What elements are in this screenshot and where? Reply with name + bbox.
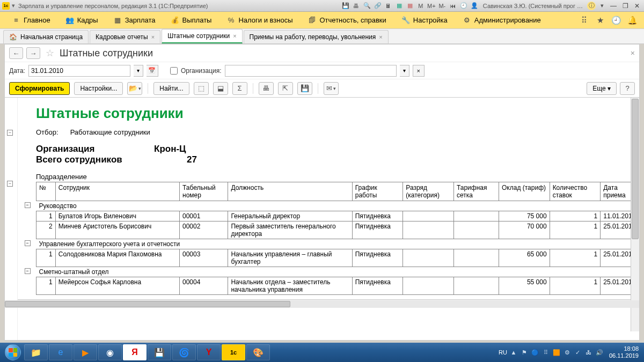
search-icon[interactable]: 🔍 — [363, 2, 371, 10]
tree-toggle[interactable]: − — [7, 181, 13, 187]
help-button[interactable]: ? — [620, 82, 635, 95]
collapse-all-button[interactable]: ⬓ — [213, 82, 228, 95]
tray-icon[interactable]: 🔵 — [531, 348, 539, 357]
back-rec-icon[interactable]: ⏮ — [449, 2, 457, 10]
mail-button[interactable]: ✉ — [324, 82, 339, 95]
scrollbar-thumb[interactable] — [632, 99, 639, 239]
vertical-scrollbar[interactable] — [631, 98, 639, 331]
menu-reports[interactable]: 🗐Отчетность, справки — [301, 12, 394, 28]
tab-hiring[interactable]: Приемы на работу, переводы, увольнения× — [244, 30, 389, 43]
table-row[interactable]: 1Солодовникова Мария Пахомовна00003Начал… — [36, 249, 637, 267]
form-button[interactable]: Сформировать — [9, 82, 70, 95]
tray-icon[interactable]: ⚑ — [520, 348, 529, 357]
menu-taxes[interactable]: %Налоги и взносы — [219, 12, 300, 28]
tray-icon[interactable]: 🟧 — [552, 348, 561, 357]
taskbar-ie[interactable]: e — [49, 344, 72, 360]
taskbar-paint[interactable]: 🎨 — [246, 344, 270, 360]
tab-close-icon[interactable]: × — [233, 33, 236, 39]
date-input[interactable] — [28, 65, 130, 77]
tree-toggle[interactable]: − — [7, 130, 13, 136]
tray-volume-icon[interactable]: 🔊 — [595, 348, 604, 357]
favorite-toggle-icon[interactable]: ☆ — [46, 47, 54, 59]
notifications-icon[interactable]: 🔔 — [627, 15, 638, 26]
filter-toolbar: Дата: ▾ 📅 Организация: ▾ × — [5, 62, 639, 79]
org-checkbox[interactable] — [170, 67, 178, 75]
menu-settings[interactable]: 🔧Настройка — [394, 12, 455, 28]
scrollbar-thumb[interactable] — [5, 301, 290, 307]
tray-icon[interactable]: ⚙ — [563, 348, 572, 357]
taskbar-yandex[interactable]: Я — [123, 344, 147, 360]
taskbar-clock[interactable]: 18:08 06.11.2019 — [606, 345, 639, 359]
start-button[interactable] — [2, 344, 24, 361]
taskbar-yandex2[interactable]: Y — [197, 344, 221, 360]
taskbar-save[interactable]: 💾 — [148, 344, 171, 360]
table-row[interactable]: 1Булатов Игорь Виленович00001Генеральный… — [36, 211, 637, 221]
tab-close-icon[interactable]: × — [151, 34, 155, 40]
org-input[interactable] — [225, 65, 397, 77]
taskbar-chrome[interactable]: ◉ — [98, 344, 122, 360]
info-dd-icon[interactable]: ▾ — [598, 2, 606, 10]
tray-icon[interactable]: 🖧 — [584, 348, 593, 357]
taskbar-app1[interactable]: 🌀 — [172, 344, 196, 360]
sum-button[interactable]: Σ — [232, 82, 247, 95]
settings-button[interactable]: Настройки... — [74, 82, 123, 95]
tray-icon[interactable]: ⠿ — [541, 348, 550, 357]
report-table: № Сотрудник Табельный номер Должность Гр… — [36, 182, 637, 295]
link-icon[interactable]: 🔗 — [374, 2, 382, 10]
history-menu-icon[interactable]: 🕘 — [611, 15, 621, 26]
tab-home[interactable]: 🏠Начальная страница — [3, 30, 89, 43]
taskbar-1c[interactable]: 1c — [222, 344, 245, 360]
report-area[interactable]: − − Штатные сотрудники Отбор: Работающие… — [5, 97, 639, 340]
tray-icon[interactable]: ✓ — [574, 348, 582, 357]
menu-admin[interactable]: ⚙Администрирование — [455, 12, 548, 28]
table-group-row[interactable]: −Управление бухгалтерского учета и отчет… — [36, 239, 637, 249]
org-dropdown-button[interactable]: ▾ — [400, 65, 409, 77]
taskbar-media[interactable]: ▶ — [74, 344, 97, 360]
expand-all-button[interactable]: ⬚ — [194, 82, 209, 95]
table-row[interactable]: 1Мейерсон Софья Карловна00004Начальник о… — [36, 277, 637, 295]
tab-hr-reports[interactable]: Кадровые отчеты× — [90, 30, 160, 43]
favorite-icon[interactable]: ★ — [595, 15, 605, 26]
grid-icon[interactable]: ▦ — [406, 2, 414, 10]
table-group-row[interactable]: −Руководство — [36, 201, 637, 211]
table-group-row[interactable]: −Сметно-штатный отдел — [36, 267, 637, 277]
menu-hr[interactable]: 👥Кадры — [58, 12, 106, 28]
table-row[interactable]: 2Минчев Аристотель Борисович00002Первый … — [36, 221, 637, 239]
tab-staff[interactable]: Штатные сотрудники× — [162, 29, 242, 43]
m-icon[interactable]: M — [416, 2, 425, 10]
page-close-icon[interactable]: × — [631, 49, 635, 57]
minimize-button[interactable]: — — [609, 2, 618, 10]
variants-button[interactable]: 📂 — [127, 82, 142, 95]
apps-icon[interactable]: ⠿ — [579, 15, 589, 26]
nav-forward-button[interactable]: → — [26, 47, 40, 59]
calc-icon[interactable]: 🖩 — [384, 2, 393, 10]
taskbar-explorer[interactable]: 📁 — [24, 344, 48, 360]
mplus-icon[interactable]: M+ — [427, 2, 436, 10]
close-button[interactable]: ✕ — [632, 2, 642, 10]
export-button[interactable]: ⇱ — [278, 82, 293, 95]
menu-salary[interactable]: ▦Зарплата — [106, 12, 163, 28]
tray-icon[interactable]: ▲ — [509, 348, 518, 357]
mminus-icon[interactable]: M- — [438, 2, 447, 10]
history-icon[interactable]: 🕘 — [459, 2, 468, 10]
calendar-icon[interactable]: ▦ — [395, 2, 404, 10]
more-button[interactable]: Еще ▾ — [587, 82, 617, 95]
current-user[interactable]: Савинская З.Ю. (Системный прог … — [481, 3, 585, 9]
print-icon[interactable]: 🖶 — [352, 2, 361, 10]
titlebar-dropdown-icon[interactable]: ▾ — [12, 2, 15, 9]
menu-main[interactable]: ≡Главное — [4, 12, 58, 28]
maximize-button[interactable]: ❐ — [620, 2, 630, 10]
print-button[interactable]: 🖶 — [259, 82, 274, 95]
nav-back-button[interactable]: ← — [9, 47, 23, 59]
date-dropdown-button[interactable]: ▾ — [134, 65, 143, 77]
save-button[interactable]: 💾 — [297, 82, 312, 95]
lang-indicator[interactable]: RU — [499, 349, 507, 356]
menu-payments[interactable]: 💰Выплаты — [163, 12, 219, 28]
org-clear-button[interactable]: × — [413, 65, 425, 77]
date-calendar-button[interactable]: 📅 — [147, 65, 158, 77]
info-icon[interactable]: ⓘ — [587, 2, 596, 10]
tab-close-icon[interactable]: × — [379, 34, 382, 40]
save-icon[interactable]: 💾 — [341, 2, 350, 10]
horizontal-scrollbar[interactable] — [5, 299, 639, 308]
find-button[interactable]: Найти... — [153, 82, 189, 95]
